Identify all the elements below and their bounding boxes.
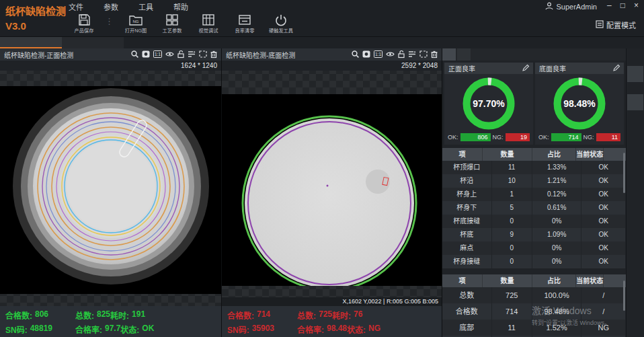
stat-item: SN码:48819 [5,324,75,335]
menu-item[interactable]: 文件 [69,1,83,12]
unlock-icon[interactable] [177,50,184,59]
ok-label: OK: [538,134,549,141]
user-name: SuperAdmin [556,3,597,11]
crop-icon[interactable] [199,50,207,59]
vision-debug-button[interactable]: 视觉调试 [192,14,225,34]
levels-icon[interactable] [408,50,416,59]
summary-table-body: 总数725100.0%/ 合格数71498.48%/ 底部111.52%NG 麻… [442,287,626,337]
workspace: 纸杯缺陷检测-正面检测 1:1 1624 * 1240 [0,48,644,337]
title-bar: 纸杯缺陷检测 V3.0 文件参数工具帮助 产品保存 ⋮ NG 打开NG图 工艺参… [0,0,644,37]
one-to-one-icon[interactable]: 1:1 [374,50,383,59]
zoom-icon[interactable] [131,50,138,59]
zoom-icon[interactable] [352,50,359,59]
bottom-image[interactable] [222,94,442,286]
defect-table: 项数量占比当前状态 杯顶爆口111.33%OK 杯沿101.21%OK 杯身上1… [442,148,626,268]
table-row[interactable]: 杯底91.09%OK [442,228,626,241]
main-tab[interactable] [0,37,62,48]
config-mode-button[interactable]: 配置模式 [596,20,636,30]
levels-icon[interactable] [188,50,196,59]
side-tab[interactable] [627,66,643,82]
edit-pencil-icon[interactable] [522,65,529,73]
main-tabs [0,37,644,48]
open-ng-button[interactable]: NG 打开NG图 [119,14,153,34]
gauge-title: 正面良率 [448,63,522,73]
panel-tab[interactable] [442,48,456,61]
table-row[interactable]: 合格数71498.48%/ [442,303,626,320]
hard-trigger-button[interactable]: 硬触发工具 [264,14,298,34]
process-params-label: 工艺参数 [163,27,182,34]
production-panel-tabs [442,48,626,61]
one-to-one-icon[interactable]: 1:1 [153,50,162,59]
ok-label: OK: [448,134,458,141]
yield-reset-button[interactable]: 良率清零 [228,14,261,34]
config-mode-icon [596,20,604,30]
crop-icon[interactable] [419,50,428,59]
gauge-title: 底面良率 [539,63,613,73]
table-header-cell: 当前状态 [576,274,604,287]
stat-item: 合格率:97.7 [75,324,120,335]
front-viewer-header: 纸杯缺陷检测-正面检测 1:1 [0,48,221,61]
front-viewer-title: 纸杯缺陷检测-正面检测 [4,50,131,60]
stat-item: 合格率:98.48 [297,324,347,335]
yield-reset-icon [239,14,251,26]
hard-trigger-icon [275,14,287,26]
bottom-cup-graphic [222,94,442,286]
save-product-label: 产品保存 [75,27,94,34]
front-viewer-toolbar: 1:1 [131,50,217,59]
gauge-donut: 97.70% [444,74,533,133]
table-row[interactable]: 杯沿101.21%OK [442,174,626,188]
table-row[interactable]: 杯底接缝00%OK [442,215,626,228]
eye-icon[interactable] [386,50,395,59]
main-tab[interactable] [62,37,124,48]
close-button[interactable]: × [634,1,639,10]
process-params-button[interactable]: 工艺参数 [155,14,189,34]
panel-tab[interactable] [457,48,471,61]
menu-item[interactable]: 工具 [138,1,153,12]
table-row[interactable]: 杯身上10.12%OK [442,188,626,201]
ng-label: NG: [583,134,594,141]
unlock-icon[interactable] [398,50,405,59]
maximize-button[interactable]: □ [620,1,625,10]
table-row[interactable]: 底部111.52%NG [442,320,626,336]
trash-icon[interactable] [210,50,217,59]
gauge-donut: 98.48% [535,74,624,133]
summary-scrollbar[interactable] [623,280,625,311]
save-icon [78,14,90,26]
table-row[interactable]: 总数725100.0%/ [442,287,626,303]
fit-icon[interactable] [142,50,150,59]
table-row[interactable]: 杯顶爆口111.33%OK [442,161,626,174]
minimize-button[interactable]: – [607,1,612,10]
production-panel: 正面良率 97.70% OK: 806 NG: 1 [442,48,626,337]
front-viewer: 纸杯缺陷检测-正面检测 1:1 1624 * 1240 [0,48,222,337]
trash-icon[interactable] [431,50,438,59]
gauge-header: 正面良率 [444,63,533,74]
stat-item: 耗时:191 [110,309,145,321]
svg-text:98.48%: 98.48% [563,98,596,109]
table-row[interactable]: 麻点00%OK [442,241,626,255]
bottom-image-area[interactable]: 2592 * 2048 [222,61,442,306]
app-version: V3.0 [5,19,66,34]
ok-count: 714 [551,133,581,141]
table-scrollbar[interactable] [623,153,625,193]
eye-icon[interactable] [165,50,174,59]
edit-pencil-icon[interactable] [613,65,620,73]
user-area[interactable]: SuperAdmin [545,2,597,11]
menu-item[interactable]: 参数 [104,1,118,12]
stat-item: 状态:OK [120,324,154,335]
open-ng-label: 打开NG图 [125,27,147,34]
table-row[interactable]: 杯身接缝00%OK [442,255,626,268]
bottom-resolution-strip: 2592 * 2048 [222,61,442,71]
ng-count: 11 [596,133,620,141]
front-image[interactable] [0,86,221,294]
defect-table-head: 项数量占比当前状态 [442,148,626,161]
menu-item[interactable]: 帮助 [173,1,188,12]
side-tab[interactable] [627,94,643,110]
save-product-button[interactable]: 产品保存 [67,14,101,34]
table-row[interactable]: 杯身下50.61%OK [442,201,626,215]
table-header-cell: 当前状态 [576,148,604,161]
fit-icon[interactable] [362,50,370,59]
table-header-cell: 项 [442,148,483,161]
side-tab-strip [626,48,644,337]
svg-text:1:1: 1:1 [375,52,381,57]
front-image-area[interactable]: 1624 * 1240 [0,61,221,306]
